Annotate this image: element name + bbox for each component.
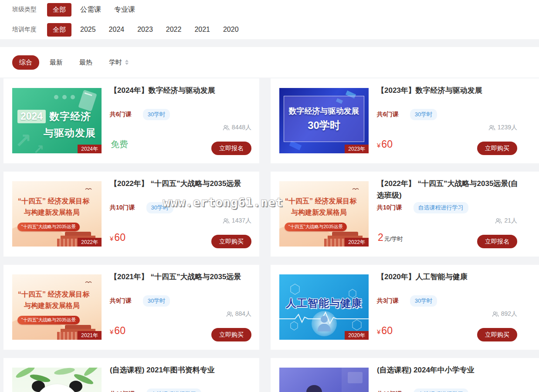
filter-option-year-2022[interactable]: 2022 [166, 26, 182, 34]
year-badge: 2022年 [345, 238, 369, 247]
thumb-slogan-pill: “十四五”大战略与2035远景 [285, 223, 347, 231]
course-title[interactable]: (自选课程) 2024年中小学专业 [377, 364, 522, 376]
course-title[interactable]: 【2022年】 “十四五”大战略与2035远景 [110, 178, 254, 189]
course-card[interactable]: “十四五” 经济发展目标 与构建新发展格局 “十四五”大战略与2035远景 20… [3, 265, 259, 350]
thumb-text: “十四五” 经济发展目标 [18, 290, 89, 299]
course-card[interactable]: “十四五” 经济发展目标 与构建新发展格局 “十四五”大战略与2035远景 20… [271, 172, 539, 257]
course-tags: 共6门课 30学时 [110, 109, 170, 120]
course-card[interactable]: 人工智能与健康 2020年 【2020年】人工智能与健康 共3门课 30学时 8… [271, 265, 539, 350]
people-icon [223, 218, 230, 224]
book-icon [78, 90, 97, 112]
student-count: 892人 [492, 310, 517, 318]
course-count-tag: 共6门课 [377, 111, 399, 118]
course-tags: 共16门课 自选课程进行学习 [110, 389, 201, 392]
self-select-tag: 自选课程进行学习 [414, 202, 468, 213]
course-thumbnail[interactable]: “十四五” 经济发展目标 与构建新发展格局 “十四五”大战略与2035远景 20… [279, 181, 369, 247]
course-count-tag: 共16门课 [110, 390, 135, 392]
hours-tag: 30学时 [410, 295, 437, 307]
course-title[interactable]: 【2020年】人工智能与健康 [377, 271, 522, 283]
course-thumbnail[interactable] [279, 368, 369, 392]
dots-decoration [54, 95, 75, 99]
sort-option-comprehensive[interactable]: 综合 [12, 55, 39, 70]
sort-bar: 综合 最新 最热 学时 [0, 47, 539, 78]
thumb-text: 与构建新发展格局 [291, 208, 347, 217]
bamboo-leaf [54, 368, 75, 376]
background-window [348, 372, 363, 383]
course-catalog-page: 班级类型 全部 公需课 专业课 培训年度 全部 2025 2024 2023 2… [0, 0, 539, 392]
course-card[interactable]: (自选课程) 2021年图书资料专业 共16门课 自选课程进行学习 [3, 358, 259, 392]
sort-arrows-icon[interactable] [125, 60, 129, 65]
filter-option-year-2021[interactable]: 2021 [194, 26, 210, 34]
hours-tag: 30学时 [146, 202, 173, 213]
thumb-text: “十四五” 经济发展目标 [18, 197, 89, 206]
thumb-text: 数字经济 [49, 110, 91, 123]
filter-option-year-2025[interactable]: 2025 [80, 26, 96, 34]
course-thumbnail[interactable]: 数字经济与驱动发展 30学时 2023年 [279, 88, 369, 153]
course-thumbnail[interactable]: 人工智能与健康 2020年 [279, 274, 369, 340]
course-card[interactable]: ↗ ↗ 2024 数字经济 与驱动发展 2024年 【2024年】数字经济与驱动… [3, 78, 259, 163]
filter-option-class-all[interactable]: 全部 [47, 3, 71, 17]
student-count-text: 892人 [501, 310, 517, 318]
lecturer-silhouette [306, 385, 322, 392]
hours-tag: 30学时 [143, 295, 170, 307]
doctor-avatar [312, 311, 337, 336]
course-count-tag: 共6门课 [110, 111, 132, 118]
bamboo-leaf [82, 368, 102, 378]
people-icon [492, 311, 499, 317]
filter-option-professional-course[interactable]: 专业课 [114, 5, 135, 14]
student-count: 1437人 [223, 217, 251, 225]
filter-option-year-all[interactable]: 全部 [47, 23, 71, 37]
course-price: 2元/学时 [377, 232, 403, 243]
sort-option-hottest[interactable]: 最热 [79, 58, 92, 67]
course-thumbnail[interactable] [12, 368, 102, 392]
filter-option-year-2020[interactable]: 2020 [223, 26, 239, 34]
sort-option-newest[interactable]: 最新 [50, 58, 63, 67]
thumb-text: 30学时 [308, 118, 340, 132]
sort-option-hours[interactable]: 学时 [109, 58, 129, 67]
year-badge: 2024年 [78, 145, 102, 153]
course-thumbnail[interactable]: ↗ ↗ 2024 数字经济 与驱动发展 2024年 [12, 88, 102, 153]
course-card[interactable]: “十四五” 经济发展目标 与构建新发展格局 “十四五”大战略与2035远景 20… [3, 172, 259, 257]
course-count-tag: 共10门课 [377, 204, 402, 212]
course-title[interactable]: 【2022年】 “十四五”大战略与2035远景(自选班级) [377, 178, 522, 201]
thumb-slogan-pill: “十四五”大战略与2035远景 [17, 316, 80, 324]
self-select-tag: 自选课程进行学习 [146, 389, 201, 392]
course-title[interactable]: 【2021年】 “十四五”大战略与2035远景 [110, 271, 254, 283]
filter-option-year-2023[interactable]: 2023 [137, 26, 153, 34]
student-count: 21人 [495, 217, 517, 225]
thumb-year-chip: 2024 [17, 110, 46, 123]
buy-button[interactable]: 立即购买 [211, 328, 251, 341]
course-title[interactable]: 【2024年】数字经济与驱动发展 [110, 84, 254, 96]
course-card[interactable]: (自选课程) 2024年中小学专业 共10门课 自选课程进行学习 [271, 358, 539, 392]
course-count-tag: 共10门课 [377, 390, 402, 392]
student-count-text: 8448人 [232, 124, 251, 132]
thumb-text-box: 数字经济与驱动发展 30学时 [284, 96, 364, 142]
course-card[interactable]: 数字经济与驱动发展 30学时 2023年 【2023年】数字经济与驱动发展 共6… [271, 78, 539, 163]
course-count-tag: 共10门课 [110, 204, 135, 212]
course-tags: 共9门课 30学时 [110, 295, 170, 307]
thumb-text: 数字经济与驱动发展 [289, 106, 359, 116]
filter-option-year-2024[interactable]: 2024 [109, 26, 125, 34]
enroll-button[interactable]: 立即报名 [211, 142, 251, 155]
people-icon [223, 125, 230, 131]
filter-label-class-type: 班级类型 [12, 6, 37, 14]
buy-button[interactable]: 立即购买 [211, 235, 251, 248]
thumb-text-row: 2024 数字经济 [17, 110, 91, 123]
thumb-text: 人工智能与健康 [286, 296, 362, 310]
year-badge: 2022年 [78, 238, 102, 247]
course-price: 免费 [110, 139, 129, 150]
hours-tag: 30学时 [410, 109, 437, 120]
buy-button[interactable]: 立即购买 [477, 328, 517, 341]
course-title[interactable]: (自选课程) 2021年图书资料专业 [110, 364, 254, 376]
course-thumbnail[interactable]: “十四五” 经济发展目标 与构建新发展格局 “十四五”大战略与2035远景 20… [12, 274, 102, 340]
bird-icon [85, 280, 92, 284]
course-title[interactable]: 【2023年】数字经济与驱动发展 [377, 84, 522, 96]
bird-icon [85, 187, 92, 190]
student-count-text: 884人 [235, 310, 251, 318]
filter-option-public-course[interactable]: 公需课 [80, 5, 101, 14]
buy-button[interactable]: 立即购买 [477, 142, 517, 155]
filter-label-year: 培训年度 [12, 26, 37, 34]
course-thumbnail[interactable]: “十四五” 经济发展目标 与构建新发展格局 “十四五”大战略与2035远景 20… [12, 181, 102, 247]
enroll-button[interactable]: 立即报名 [477, 235, 517, 248]
student-count-text: 21人 [504, 217, 517, 225]
